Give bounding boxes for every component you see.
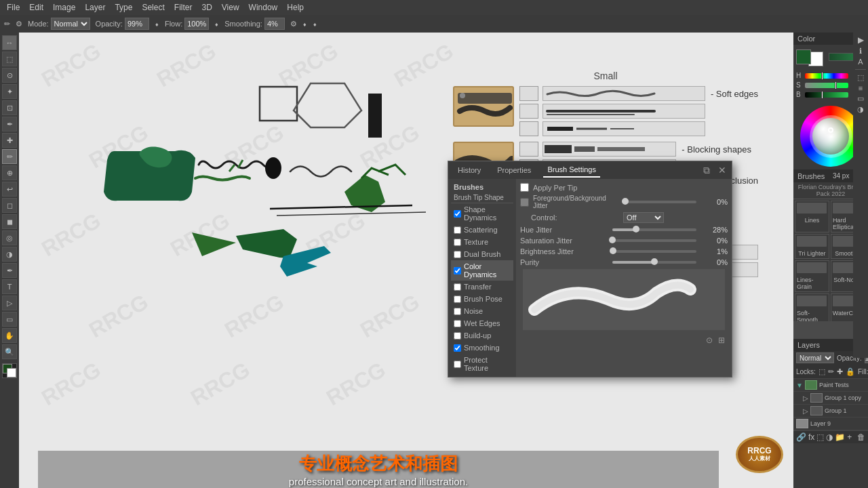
brush-item-lines[interactable]: Lines [795,201,829,232]
shape-tool[interactable]: ▭ [2,312,17,327]
hue-jitter-slider[interactable] [612,228,696,231]
lasso-tool[interactable]: ⊙ [2,68,17,83]
dodge-tool[interactable]: ◑ [2,247,17,262]
lock-all-icon[interactable]: 🔒 [846,367,855,376]
path-select[interactable]: ▷ [2,296,17,310]
tab-history[interactable]: History [454,163,485,177]
build-up-check[interactable] [454,332,461,340]
menu-layer[interactable]: Layer [81,1,109,14]
mode-select[interactable]: Normal [51,18,90,30]
menu-window[interactable]: Window [245,1,282,14]
menu-type[interactable]: Type [111,1,136,14]
brush-pose-check[interactable] [454,296,461,303]
protect-texture-item[interactable]: Protect Texture [451,354,513,374]
color-dynamics-check[interactable] [454,267,461,274]
crop-tool[interactable]: ⊡ [2,100,17,115]
menu-image[interactable]: Image [49,1,79,14]
lock-move-icon[interactable]: ✚ [837,367,843,376]
sat-track[interactable] [805,83,848,88]
smoothing-check[interactable] [454,344,461,352]
heal-tool[interactable]: ✚ [2,133,17,148]
color-dynamics-item[interactable]: Color Dynamics [451,260,513,281]
move-tool[interactable]: ↔ [2,35,17,50]
smoothing-input[interactable] [264,18,285,30]
link-layers-icon[interactable]: 🔗 [796,432,806,442]
noise-item[interactable]: Noise [451,305,513,317]
dual-brush-check[interactable] [454,251,461,258]
adjustment-icon[interactable]: ◑ [826,432,833,442]
scattering-item[interactable]: Scattering [451,224,513,236]
panel-close-icon[interactable]: ✕ [718,165,726,176]
purity-slider[interactable] [612,261,696,264]
pen-tool[interactable]: ✒ [2,263,17,278]
transfer-item[interactable]: Transfer [451,281,513,293]
blend-mode-select[interactable]: Normal Multiply [796,352,834,363]
preview-icon2[interactable]: ⊞ [718,336,725,345]
brush-item-lines-grain[interactable]: Lines-Grain [795,260,829,292]
menu-help[interactable]: Help [283,1,308,14]
foreground-swatch[interactable] [796,49,811,64]
dual-brush-item[interactable]: Dual Brush [451,248,513,260]
opacity-input[interactable] [125,18,149,30]
right-icon-info[interactable]: ℹ [859,47,862,56]
build-up-item[interactable]: Build-up [451,329,513,342]
brush-tip-shape-item[interactable]: Brush Tip Shape [451,192,513,203]
right-icon-layers2[interactable]: ≡ [859,84,863,92]
fg-bg-jitter-check[interactable] [520,198,529,207]
blur-tool[interactable]: ◎ [2,230,17,245]
clone-stamp[interactable]: ⊕ [2,165,17,180]
new-layer-icon[interactable]: + [847,432,852,442]
menu-filter[interactable]: Filter [170,1,197,14]
panel-expand-icon[interactable]: ⧉ [703,165,710,176]
bright-thumb[interactable] [821,91,823,99]
brush-item-soft-smooth[interactable]: Soft-Smooth [795,293,829,321]
menu-3d[interactable]: 3D [197,1,216,14]
magic-wand[interactable]: ✦ [2,84,17,99]
color-wheel-cursor[interactable] [828,127,833,133]
tab-brush-settings[interactable]: Brush Settings [543,163,600,178]
delete-layer-icon[interactable]: 🗑 [857,432,865,442]
protect-texture-check[interactable] [454,361,461,368]
texture-check[interactable] [454,239,461,246]
select-tool[interactable]: ⬚ [2,52,17,66]
transfer-check[interactable] [454,283,461,291]
eraser-tool[interactable]: ◻ [2,198,17,213]
texture-item[interactable]: Texture [451,236,513,248]
right-icon-adjust[interactable]: ⬚ [857,73,864,82]
history-brush[interactable]: ↩ [2,182,17,197]
shape-dynamics-check[interactable] [454,210,461,218]
right-icon-paths[interactable]: ▭ [857,94,864,103]
smoothing-item[interactable]: Smoothing [451,342,513,354]
fg-bg-jitter-slider[interactable] [625,201,696,203]
lock-paint-icon[interactable]: ✏ [828,367,834,376]
menu-view[interactable]: View [218,1,243,14]
right-icon-channels[interactable]: ◑ [857,105,864,114]
hue-thumb[interactable] [821,72,823,80]
menu-file[interactable]: File [3,1,24,14]
menu-select[interactable]: Select [138,1,168,14]
layer-group1[interactable]: ▷ Group 1 [793,405,868,418]
right-icon-ai[interactable]: A [858,58,863,66]
menu-edit[interactable]: Edit [25,1,47,14]
layer-paint-tests[interactable]: ▼ Paint Tests [793,379,868,392]
preview-icon1[interactable]: ⊙ [706,336,713,345]
gradient-tool[interactable]: ◼ [2,214,17,229]
brush-tool[interactable]: ✏ [2,149,17,164]
wet-edges-item[interactable]: Wet Edges [451,317,513,329]
right-icon-1[interactable]: ▶ [858,35,864,45]
color-wheel[interactable] [800,106,861,167]
add-mask-icon[interactable]: ⬚ [816,432,824,442]
bright-track[interactable] [805,92,848,98]
new-group-icon[interactable]: 📁 [835,432,845,442]
control-select[interactable]: Off Pen Pressure Pen Tilt [623,212,664,223]
flow-input[interactable] [184,18,209,30]
layer-expand-icon[interactable]: ▼ [796,382,803,389]
apply-per-tip-check[interactable] [520,183,529,192]
sat-thumb[interactable] [835,81,837,89]
hue-track[interactable] [805,73,848,79]
type-tool[interactable]: T [2,279,17,294]
brightness-jitter-slider[interactable] [612,250,696,253]
saturation-jitter-slider[interactable] [612,239,696,242]
brush-item-tri-lighter[interactable]: Tri Lighter [795,234,829,259]
hand-tool[interactable]: ✋ [2,328,17,343]
